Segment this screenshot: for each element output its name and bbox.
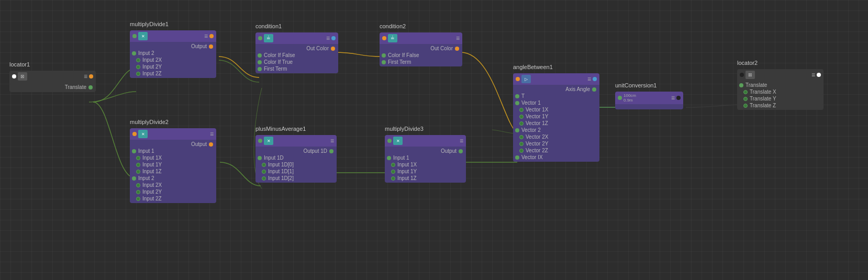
port-output-md3: Output (385, 148, 466, 154)
port-vector2x-ab: Vector 2X (513, 133, 599, 140)
node-cond1-label: condition1 (255, 23, 282, 29)
node-unit-conversion[interactable]: unitConversion1 100cm0.9m ≡ (615, 92, 683, 109)
port-input1z-md2: Input 1Z (130, 168, 216, 175)
port-output-md1: Output (130, 43, 216, 50)
port-firstterm-c1: First Term (255, 65, 338, 72)
port-output-md2: Output (130, 141, 216, 148)
node-ab-label: angleBetween1 (513, 64, 553, 70)
port-vector2-ab: Vector 2 (513, 127, 599, 133)
node-plus-minus-avg[interactable]: plusMinusAverage1 ✕ ≡ Output 1D Input 1D… (255, 135, 337, 183)
node-editor-canvas: locator1 ⊠ Translate multiplyDivide1 ✕ (0, 0, 868, 280)
port-vector2z-ab: Vector 2Z (513, 147, 599, 154)
port-input1d0-pma: Input 1D[0] (255, 161, 337, 168)
port-input2y-md1: Input 2Y (130, 63, 216, 70)
port-vector1y-ab: Vector 1Y (513, 113, 599, 120)
port-input1z-md3: Input 1Z (385, 175, 466, 182)
port-translatex-l2: Translate X (737, 88, 824, 95)
port-output1d-pma: Output 1D (255, 148, 337, 154)
hamburger-icon[interactable] (84, 73, 87, 80)
node-md1-label: multiplyDivide1 (130, 21, 169, 27)
node-angle-between[interactable]: angleBetween1 ▷ ≡ Axis Angle T Vector (513, 73, 599, 162)
hamburger-icon-md2[interactable]: ≡ (210, 130, 214, 138)
port-translatey-l2: Translate Y (737, 95, 824, 102)
port-input2y-md2: Input 2Y (130, 188, 216, 195)
port-translate-l2: Translate (737, 82, 824, 88)
port-axisangle-ab: Axis Angle (513, 86, 599, 93)
port-input2x-md1: Input 2X (130, 57, 216, 63)
hamburger-icon-ab[interactable]: ≡ (587, 75, 591, 83)
node-locator1[interactable]: locator1 ⊠ Translate (9, 71, 96, 92)
hamburger-icon-pma[interactable]: ≡ (330, 137, 334, 144)
hamburger-icon-c1[interactable]: ≡ (326, 35, 330, 42)
port-input2z-md2: Input 2Z (130, 195, 216, 202)
node-md3-label: multiplyDivide3 (385, 126, 424, 132)
port-input1-md3: Input 1 (385, 154, 466, 161)
port-input1d1-pma: Input 1D[1] (255, 168, 337, 175)
port-input1x-md2: Input 1X (130, 154, 216, 161)
port-input2z-md1: Input 2Z (130, 70, 216, 77)
port-input1y-md3: Input 1Y (385, 168, 466, 175)
port-outcolor-c1: Out Color (255, 45, 338, 52)
hamburger-icon-uc[interactable]: ≡ (671, 94, 675, 102)
port-vector2y-ab: Vector 2Y (513, 140, 599, 147)
port-coloriffalse-c1: Color If False (255, 52, 338, 59)
node-multiply-divide-3[interactable]: multiplyDivide3 ✕ ≡ Output Input 1 Input… (385, 135, 466, 183)
port-input2-md1: Input 2 (130, 50, 216, 57)
node-uc-label: unitConversion1 (615, 82, 657, 88)
port-vector1z-ab: Vector 1Z (513, 120, 599, 127)
port-firstterm-c2: First Term (380, 59, 462, 65)
hamburger-icon-md3[interactable]: ≡ (460, 137, 463, 144)
node-multiply-divide-2[interactable]: multiplyDivide2 ✕ ≡ Output Input 1 Input… (130, 128, 216, 203)
port-coloriftrue-c1: Color If True (255, 59, 338, 65)
node-pma-label: plusMinusAverage1 (255, 126, 306, 132)
hamburger-icon-l2[interactable]: ≡ (811, 71, 815, 79)
port-vector1-ab: Vector 1 (513, 99, 599, 106)
port-input1d-pma: Input 1D (255, 154, 337, 161)
port-input1d2-pma: Input 1D[2] (255, 175, 337, 182)
node-multiply-divide-1[interactable]: multiplyDivide1 ✕ ≡ Output Input 2 In (130, 30, 216, 78)
node-condition2[interactable]: condition2 ≟ ≡ Out Color Color If False … (380, 32, 462, 66)
port-t-ab: T (513, 93, 599, 99)
node-md2-label: multiplyDivide2 (130, 119, 169, 125)
port-vector1x-ab: Vector 1X (513, 106, 599, 113)
hamburger-icon-md1[interactable]: ≡ (204, 32, 208, 40)
port-translatez-l2: Translate Z (737, 102, 824, 109)
node-locator1-label: locator1 (9, 61, 30, 68)
port-outcolor-c2: Out Color (380, 45, 462, 52)
port-translate-out: Translate (9, 84, 96, 91)
hamburger-icon-c2[interactable]: ≡ (456, 35, 460, 42)
node-locator2[interactable]: locator2 ⊠ ≡ Translate Translate X Tr (737, 69, 824, 110)
port-input1y-md2: Input 1Y (130, 161, 216, 168)
port-input2x-md2: Input 2X (130, 182, 216, 188)
port-coloriffalse-c2: Color If False (380, 52, 462, 59)
port-input1x-md3: Input 1X (385, 161, 466, 168)
node-locator2-label: locator2 (737, 60, 758, 66)
node-condition1[interactable]: condition1 ≟ ≡ Out Color Color If False (255, 32, 338, 73)
port-input1-md2: Input 1 (130, 148, 216, 154)
port-vectorix-ab: Vector IX (513, 154, 599, 161)
port-input2-md2: Input 2 (130, 175, 216, 182)
node-cond2-label: condition2 (380, 23, 406, 29)
